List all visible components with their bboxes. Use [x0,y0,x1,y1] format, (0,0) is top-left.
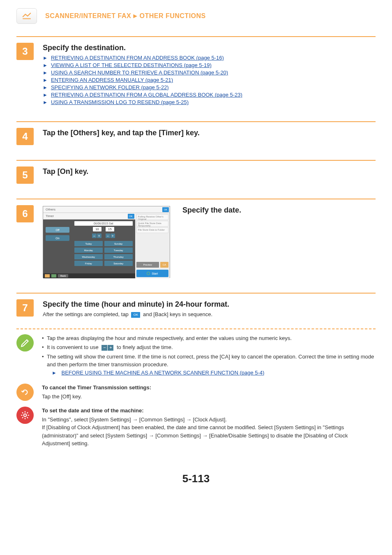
ok-button[interactable]: OK [128,214,134,219]
start-button[interactable]: Start [136,270,168,277]
page-number: 5-113 [16,472,376,485]
divider [16,199,376,199]
step-number: 6 [16,205,34,222]
step-title: Specify the time (hour and minute) in 24… [43,300,376,309]
day-button[interactable]: Tuesday [104,247,133,253]
step-title: Specify the destination. [43,44,376,52]
gear-icon [16,407,34,424]
step-5: 5 Tap [On] key. [16,165,376,191]
pencil-icon [16,334,34,352]
cancel-note: To cancel the Timer Transmission setting… [16,384,376,401]
arrow-icon: ► [43,62,48,68]
undo-icon [16,384,34,401]
day-button[interactable]: Today [74,241,103,246]
hour-stepper[interactable]: −+ [92,234,101,238]
arrow-icon: ► [43,99,48,105]
step-3-links: ►RETRIEVING A DESTINATION FROM AN ADDRES… [43,55,376,105]
breadcrumb-category: SCANNER/INTERNET FAX [45,12,131,19]
day-button[interactable]: Monday [74,247,103,253]
arrow-icon: ► [43,77,48,83]
step-number: 5 [16,166,34,184]
link[interactable]: BEFORE USING THE MACHINE AS A NETWORK SC… [62,370,265,376]
side-item[interactable]: Polling Receive Other's Original [136,214,168,220]
note-title: To set the date and time of the machine: [42,407,376,415]
link[interactable]: VIEWING A LIST OF THE SELECTED DESTINATI… [51,62,212,68]
breadcrumb-separator: ► [132,12,138,19]
step-7: 7 Specify the time (hour and minute) in … [16,298,376,323]
step-3: 3 Specify the destination. ►RETRIEVING A… [16,41,376,114]
tip-item: The setting will show the current time. … [42,353,376,377]
bottom-bar: Back [43,273,135,278]
dashed-divider [16,328,376,329]
tip-item: Tap the areas displaying the hour and mi… [42,334,376,342]
link[interactable]: RETRIEVING A DESTINATION FROM A GLOBAL A… [51,92,242,98]
step-subtitle: After the settings are completed, tap OK… [43,311,376,318]
preview-button[interactable]: Preview [136,262,159,268]
hour-value[interactable]: 10 [93,227,101,231]
day-button[interactable]: Sunday [104,241,133,246]
plus-minus-icon: −+ [101,345,113,351]
svg-point-0 [24,414,27,417]
timer-header: TimerOK [43,213,135,220]
back-button[interactable]: Back [58,274,68,278]
date-display: 06/06/2015 Sat [74,221,133,226]
arrow-icon: ► [43,70,48,76]
divider [16,121,376,122]
arrow-icon: ► [52,370,57,376]
tip-note: Tap the areas displaying the hour and mi… [16,334,376,378]
breadcrumb-section: OTHER FUNCTIONS [139,12,205,19]
link[interactable]: SPECIFYING A NETWORK FOLDER (page 5-22) [51,84,169,90]
arrow-icon: ► [43,85,48,90]
step-number: 7 [16,299,34,317]
step-4: 4 Tap the [Others] key, and tap the [Tim… [16,126,376,153]
link[interactable]: USING A SEARCH NUMBER TO RETRIEVE A DEST… [51,69,228,76]
scanner-icon [16,8,37,24]
off-toggle[interactable]: Off [46,227,69,233]
minute-value[interactable]: 15 [106,227,114,231]
day-button[interactable]: Friday [74,261,103,266]
step-number: 3 [16,43,34,60]
step-title: Specify the date. [182,206,241,215]
on-toggle[interactable]: On [46,235,69,241]
others-header: OthersOK [43,206,170,213]
day-button[interactable]: Thursday [104,254,133,259]
ok-button[interactable]: OK [162,207,169,212]
step-6: 6 OthersOK TimerOK Off On [16,204,376,285]
day-button[interactable]: Saturday [104,261,133,266]
breadcrumb: SCANNER/INTERNET FAX►OTHER FUNCTIONS [45,12,206,20]
divider [16,36,376,37]
step-number: 4 [16,128,34,145]
side-item[interactable]: Quick File Store Data Temporarily [136,221,168,227]
step-title: Tap the [Others] key, and tap the [Timer… [43,129,376,137]
note-title: To cancel the Timer Transmission setting… [42,384,376,392]
arrow-icon: ► [43,55,48,61]
step-title: Tap [On] key. [43,167,376,176]
link[interactable]: RETRIEVING A DESTINATION FROM AN ADDRESS… [51,55,224,61]
link[interactable]: USING A TRANSMISSION LOG TO RESEND (page… [51,99,189,105]
divider [16,293,376,294]
divider [16,160,376,161]
link[interactable]: ENTERING AN ADDRESS MANUALLY (page 5-21) [51,77,173,83]
note-body: Tap the [Off] key. [42,393,376,401]
ok-icon: OK [131,312,140,318]
side-item[interactable]: File Store Data to Folder [136,227,168,233]
arrow-icon: ► [43,92,48,98]
day-button[interactable]: Wednesday [74,254,103,259]
minute-stepper[interactable]: −+ [106,234,115,238]
page-header: SCANNER/INTERNET FAX►OTHER FUNCTIONS [0,0,392,29]
note-body: In "Settings", select [System Settings] … [42,416,376,448]
ca-button[interactable]: CA [160,262,168,268]
tip-item: It is convenient to use −+ to finely adj… [42,343,376,352]
settings-note: To set the date and time of the machine:… [16,407,376,448]
timer-screen-thumbnail: OthersOK TimerOK Off On 06/06/2015 Sat [43,206,170,278]
